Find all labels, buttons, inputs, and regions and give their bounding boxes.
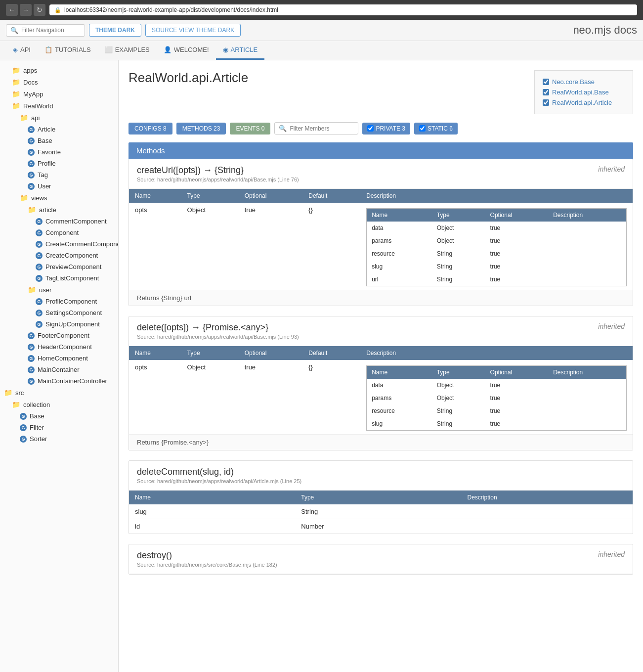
examples-icon: ⬜	[105, 46, 113, 53]
tab-api[interactable]: ◈ API	[6, 41, 38, 60]
private-checkbox[interactable]	[367, 125, 374, 132]
tab-tutorials[interactable]: 📋 TUTORIALS	[38, 41, 98, 60]
inherit-checkbox-realworldarticle[interactable]	[543, 99, 549, 106]
sidebar-item-settingscomponent[interactable]: G SettingsComponent	[0, 307, 118, 318]
sidebar-item-realworld[interactable]: 📁 RealWorld	[0, 100, 118, 112]
events-button[interactable]: EVENTS 0	[230, 123, 270, 134]
col-name: Name	[129, 189, 181, 203]
sidebar-item-favorite[interactable]: G Favorite	[0, 146, 118, 158]
sidebar-item-label: Sorter	[30, 435, 47, 443]
sidebar-item-footercomponent[interactable]: G FooterComponent	[0, 330, 118, 341]
nested-row: data Object true	[367, 222, 626, 234]
nested-col-type: Type	[432, 209, 485, 222]
filter-nav-input[interactable]	[21, 27, 81, 34]
method-title-row: destroy() Source: hared/github/neomjs/sr…	[129, 544, 633, 574]
sidebar-label: user	[39, 286, 51, 294]
configs-button[interactable]: CONFIGS 8	[129, 123, 172, 134]
sidebar-item-base-src[interactable]: G Base	[0, 410, 118, 422]
nested-col-name: Name	[367, 209, 432, 222]
sidebar-item-commentcomponent[interactable]: G CommentComponent	[0, 216, 118, 227]
theme-dark-button[interactable]: THEME DARK	[89, 24, 141, 37]
tab-examples[interactable]: ⬜ EXAMPLES	[98, 41, 157, 60]
g-icon: G	[20, 424, 27, 431]
sidebar-item-apps[interactable]: 📁 apps	[0, 64, 118, 76]
method-name: createUrl([opts]) → {String}	[137, 165, 299, 176]
sidebar-item-label: FooterComponent	[38, 332, 89, 339]
cell-type: String	[295, 504, 461, 519]
g-icon: G	[28, 378, 35, 385]
sidebar-item-article-views[interactable]: 📁 article	[0, 204, 118, 216]
table-row: opts Object true {} Name Type	[129, 360, 633, 434]
sidebar-item-signupcomponent[interactable]: G SignUpComponent	[0, 318, 118, 330]
sidebar-item-docs[interactable]: 📁 Docs	[0, 76, 118, 88]
sidebar-item-article[interactable]: G Article	[0, 124, 118, 135]
sidebar-label: Docs	[23, 79, 38, 86]
sidebar-item-base[interactable]: G Base	[0, 135, 118, 146]
sidebar-item-api[interactable]: 📁 api	[0, 112, 118, 124]
nested-cell-optional: true	[485, 234, 549, 247]
sidebar-item-myapp[interactable]: 📁 MyApp	[0, 88, 118, 100]
nested-cell-desc	[548, 392, 626, 404]
g-icon: G	[36, 252, 43, 259]
sidebar-item-label: User	[38, 182, 51, 190]
cell-type: Object	[181, 203, 239, 290]
inherit-item-realworldbase[interactable]: RealWorld.api.Base	[543, 87, 625, 97]
source-view-button[interactable]: SOURCE VIEW THEME DARK	[145, 24, 241, 37]
static-checkbox[interactable]	[419, 125, 426, 132]
g-icon: G	[20, 413, 27, 420]
methods-button[interactable]: METHODS 23	[176, 123, 226, 134]
refresh-button[interactable]: ↻	[34, 4, 45, 16]
g-icon: G	[36, 218, 43, 225]
url-bar[interactable]: 🔒 localhost:63342/neomjs-realworld-examp…	[49, 4, 637, 15]
sidebar-item-maincontainercontroller[interactable]: G MainContainerController	[0, 375, 118, 387]
private-button[interactable]: PRIVATE 3	[362, 123, 410, 134]
g-icon: G	[36, 264, 43, 270]
inherit-item-realworldarticle[interactable]: RealWorld.api.Article	[543, 97, 625, 108]
sidebar-item-label: HomeComponent	[38, 355, 88, 362]
nested-cell-type: String	[432, 260, 485, 273]
method-title-row: createUrl([opts]) → {String} Source: har…	[129, 159, 633, 189]
g-icon: G	[28, 137, 35, 144]
search-icon: 🔍	[279, 125, 287, 132]
nested-cell-optional: true	[485, 404, 549, 417]
table-row: slug String	[129, 504, 633, 519]
g-icon: G	[28, 160, 35, 167]
filter-members-input[interactable]	[290, 125, 354, 132]
sidebar-item-user-views[interactable]: 📁 user	[0, 284, 118, 296]
sidebar-item-profile[interactable]: G Profile	[0, 158, 118, 169]
nested-cell-type: Object	[432, 222, 485, 234]
static-button[interactable]: STATIC 6	[414, 123, 458, 134]
tab-article[interactable]: ◉ ARTICLE	[216, 41, 265, 60]
sidebar-item-views[interactable]: 📁 views	[0, 192, 118, 204]
sidebar-item-component[interactable]: G Component	[0, 227, 118, 238]
forward-button[interactable]: →	[20, 4, 32, 16]
tab-welcome[interactable]: 👤 WELCOME!	[157, 41, 216, 60]
sidebar-item-profilecomponent[interactable]: G ProfileComponent	[0, 296, 118, 307]
back-button[interactable]: ←	[6, 4, 18, 16]
sidebar-item-createcommentcomponent[interactable]: G CreateCommentComponent	[0, 238, 118, 250]
g-icon: G	[28, 183, 35, 190]
inherit-checkbox-realworldbase[interactable]	[543, 89, 549, 95]
nested-cell-optional: true	[485, 273, 549, 286]
sidebar-item-createcomponent[interactable]: G CreateComponent	[0, 250, 118, 261]
nested-cell-desc	[548, 260, 626, 273]
sidebar-item-previewcomponent[interactable]: G PreviewComponent	[0, 261, 118, 272]
nested-cell-desc	[548, 234, 626, 247]
sidebar-item-taglistcomponent[interactable]: G TagListComponent	[0, 272, 118, 284]
sidebar-item-user[interactable]: G User	[0, 180, 118, 192]
inherit-checkbox-neocore[interactable]	[543, 79, 549, 85]
browser-chrome: ← → ↻ 🔒 localhost:63342/neomjs-realworld…	[0, 0, 643, 20]
sidebar-item-filter[interactable]: G Filter	[0, 422, 118, 433]
sidebar-item-homecomponent[interactable]: G HomeComponent	[0, 353, 118, 364]
cell-default: {}	[302, 360, 360, 434]
nested-cell-optional: true	[485, 392, 549, 404]
sidebar-item-maincontainer[interactable]: G MainContainer	[0, 364, 118, 375]
sidebar-item-collection[interactable]: 📁 collection	[0, 399, 118, 410]
sidebar-item-tag[interactable]: G Tag	[0, 169, 118, 180]
sidebar-item-label: CreateComponent	[45, 252, 98, 259]
sidebar-item-headercomponent[interactable]: G HeaderComponent	[0, 341, 118, 353]
sidebar-item-src[interactable]: 📁 src	[0, 387, 118, 399]
inherit-item-neocore[interactable]: Neo.core.Base	[543, 77, 625, 87]
neo-title: neo.mjs docs	[573, 24, 637, 37]
sidebar-item-sorter[interactable]: G Sorter	[0, 433, 118, 445]
